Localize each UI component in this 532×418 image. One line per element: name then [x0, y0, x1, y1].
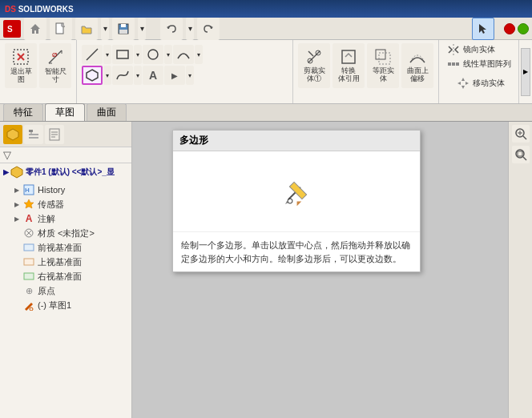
sw-menu-button[interactable]: S [3, 20, 21, 38]
svg-rect-31 [456, 62, 459, 66]
tree-item-history[interactable]: ▶ H History [2, 183, 130, 197]
right-plane-label: 右视基准面 [38, 271, 82, 283]
svg-rect-18 [117, 50, 128, 58]
quick-access-toolbar: S ▾ ▾ ▾ [0, 18, 532, 40]
drawing-area[interactable]: 多边形 绘制一个多边形。单击以放置中心点，然后拖动并释放以确定多边形的大小和方向… [132, 122, 508, 418]
sensor-arrow[interactable]: ▶ [14, 201, 22, 208]
right-toolbar [508, 122, 532, 418]
save-button[interactable] [112, 18, 135, 40]
tooltip-title: 多边形 [173, 131, 420, 151]
home-button[interactable] [24, 18, 46, 40]
stop-light [504, 23, 515, 34]
surface-offset-button[interactable]: 曲面上偏移 [401, 43, 433, 88]
history-label: History [38, 185, 65, 195]
svg-marker-20 [87, 70, 98, 81]
svg-marker-36 [7, 129, 18, 140]
svg-line-64 [523, 157, 526, 160]
tree-item-sketch1[interactable]: (-) 草图1 [2, 298, 130, 312]
tree-part-header[interactable]: ▶ 零件1 (默认) <<默认>_显 [0, 163, 131, 181]
titlebar: DS SOLIDWORKS [0, 0, 532, 18]
circle-dropdown[interactable]: ▾ [164, 45, 172, 64]
open-button[interactable] [75, 18, 98, 40]
sensor-label: 传感器 [38, 199, 64, 211]
exit-sketch-button[interactable]: 退出草图 [5, 43, 37, 88]
redo-button[interactable] [197, 18, 220, 40]
polygon-dropdown[interactable]: ▾ [103, 66, 111, 85]
svg-marker-9 [479, 24, 486, 34]
origin-label: 原点 [38, 285, 55, 297]
svg-rect-30 [452, 62, 455, 66]
ribbon-scroll-right[interactable]: ▶ [519, 40, 532, 103]
trim-button[interactable]: 剪裁实体① [298, 43, 330, 88]
polygon-button[interactable] [82, 66, 103, 85]
circle-button[interactable] [143, 45, 163, 64]
history-arrow[interactable]: ▶ [14, 187, 22, 194]
zoom-to-fit-button[interactable] [512, 125, 530, 143]
svg-rect-50 [24, 244, 34, 251]
properties-button[interactable] [45, 125, 64, 144]
mirror-label: 镜向实体 [463, 44, 495, 55]
filter-icon: ▽ [3, 149, 11, 161]
annotation-label: 注解 [38, 213, 55, 225]
line-dropdown[interactable]: ▾ [103, 45, 111, 64]
save-dropdown[interactable]: ▾ [138, 18, 146, 40]
tab-surface[interactable]: 曲面 [87, 103, 127, 121]
mirror-icon [447, 43, 460, 56]
svg-rect-65 [518, 151, 522, 156]
svg-text:Ø: Ø [52, 51, 57, 58]
svg-marker-34 [457, 82, 461, 85]
part-icon-button[interactable] [3, 125, 22, 144]
tab-bar: 特征 草图 曲面 [0, 104, 532, 122]
smart-dimension-button[interactable]: Ø 智能尺寸 [39, 43, 71, 88]
line-button[interactable] [82, 45, 103, 64]
arc-button[interactable] [173, 45, 194, 64]
annotation-arrow[interactable]: ▶ [14, 215, 22, 223]
more-tools-button[interactable]: ▶ [164, 66, 185, 85]
spline-button[interactable] [112, 66, 133, 85]
sensor-icon [22, 198, 35, 211]
tree-item-origin[interactable]: ⊕ 原点 [2, 283, 130, 298]
tree-item-right-plane[interactable]: 右视基准面 [2, 269, 130, 283]
part-expand-arrow[interactable]: ▶ [3, 168, 9, 176]
svg-rect-5 [121, 24, 126, 27]
sketch1-icon [22, 299, 35, 311]
tab-features[interactable]: 特征 [3, 103, 43, 121]
undo-button[interactable] [160, 18, 183, 40]
tree-item-annotation[interactable]: ▶ A 注解 [2, 211, 130, 226]
top-plane-label: 上视基准面 [38, 256, 82, 268]
front-plane-icon [22, 241, 35, 254]
svg-point-19 [148, 50, 158, 59]
more-dropdown[interactable]: ▾ [186, 66, 194, 85]
svg-line-60 [523, 136, 526, 139]
svg-marker-35 [466, 82, 469, 85]
select-button[interactable] [472, 18, 494, 40]
tree-item-sensor[interactable]: ▶ 传感器 [2, 197, 130, 211]
new-button[interactable] [50, 18, 72, 40]
tree-item-top-plane[interactable]: 上视基准面 [2, 255, 130, 269]
svg-rect-26 [376, 50, 385, 59]
tree-item-front-plane[interactable]: 前视基准面 [2, 240, 130, 255]
rectangle-button[interactable] [112, 45, 133, 64]
dropdown-arrow[interactable]: ▾ [101, 18, 109, 40]
spline-dropdown[interactable]: ▾ [134, 66, 142, 85]
text-button[interactable]: A [143, 66, 163, 85]
tree-item-material[interactable]: 材质 <未指定> [2, 226, 130, 240]
tab-sketch[interactable]: 草图 [45, 103, 85, 121]
zoom-area-button[interactable] [512, 146, 530, 163]
svg-rect-52 [24, 273, 34, 279]
scroll-right-btn[interactable]: ▶ [521, 48, 530, 96]
front-plane-label: 前视基准面 [38, 242, 82, 254]
svg-marker-45 [11, 167, 22, 178]
offset-button[interactable]: 等距实体 [367, 43, 399, 88]
material-label: 材质 <未指定> [38, 227, 95, 239]
undo-dropdown[interactable]: ▾ [186, 18, 194, 40]
rect-dropdown[interactable]: ▾ [134, 45, 142, 64]
arc-dropdown[interactable]: ▾ [195, 45, 203, 64]
convert-button[interactable]: 转换体引用 [332, 43, 365, 88]
tooltip-popup: 多边形 绘制一个多边形。单击以放置中心点，然后拖动并释放以确定多边形的大小和方向… [172, 130, 421, 272]
move-label: 移动实体 [473, 78, 505, 89]
tree-view-button[interactable] [24, 125, 43, 144]
draw-tools-section: ▾ ▾ ▾ ▾ [77, 40, 293, 103]
tree-area: ▶ H History ▶ 传感器 [0, 181, 131, 418]
left-panel: ▽ ▶ 零件1 (默认) <<默认>_显 ▶ H History [0, 122, 132, 418]
